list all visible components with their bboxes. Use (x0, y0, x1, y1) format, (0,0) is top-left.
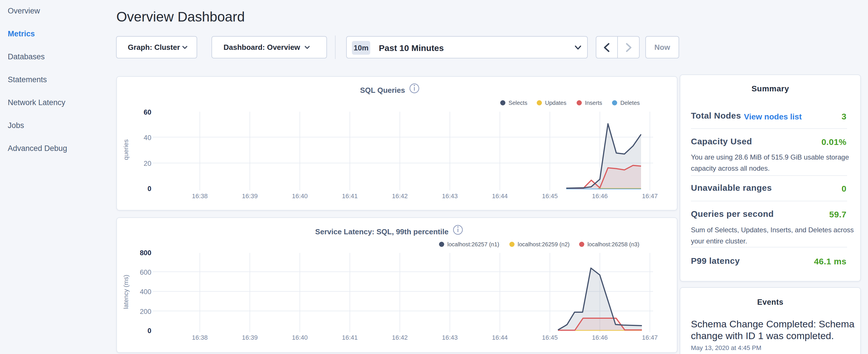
svg-text:200: 200 (140, 308, 151, 315)
svg-text:16:44: 16:44 (492, 334, 508, 341)
svg-text:16:47: 16:47 (642, 334, 658, 341)
svg-text:20: 20 (144, 160, 151, 167)
svg-text:latency (ms): latency (ms) (122, 275, 129, 309)
svg-text:40: 40 (144, 134, 151, 141)
svg-text:16:47: 16:47 (642, 192, 658, 200)
svg-text:Inserts: Inserts (585, 100, 602, 106)
svg-text:600: 600 (140, 268, 151, 276)
svg-text:queries: queries (122, 139, 129, 160)
svg-text:16:42: 16:42 (392, 192, 408, 200)
svg-text:localhost:26259 (n2): localhost:26259 (n2) (518, 241, 570, 248)
svg-text:16:42: 16:42 (392, 334, 408, 341)
svg-text:16:45: 16:45 (542, 334, 558, 341)
svg-text:16:46: 16:46 (592, 334, 608, 341)
svg-text:Selects: Selects (509, 100, 528, 106)
svg-text:16:38: 16:38 (192, 334, 208, 341)
svg-text:16:41: 16:41 (342, 334, 358, 341)
svg-text:16:46: 16:46 (592, 192, 608, 200)
svg-text:Updates: Updates (545, 100, 566, 106)
svg-text:16:39: 16:39 (242, 334, 258, 341)
svg-text:0: 0 (148, 327, 151, 334)
svg-text:16:43: 16:43 (442, 192, 458, 200)
svg-text:800: 800 (140, 249, 151, 257)
svg-text:SQL Queries: SQL Queries (360, 86, 405, 95)
svg-text:0: 0 (148, 185, 151, 192)
svg-text:60: 60 (144, 108, 151, 116)
svg-text:16:40: 16:40 (292, 334, 308, 341)
svg-text:16:44: 16:44 (492, 192, 508, 200)
svg-text:Service Latency: SQL, 99th per: Service Latency: SQL, 99th percentile (315, 227, 448, 236)
svg-text:16:40: 16:40 (292, 192, 308, 200)
svg-text:400: 400 (140, 288, 151, 296)
svg-text:16:43: 16:43 (442, 334, 458, 341)
svg-text:16:39: 16:39 (242, 192, 258, 200)
svg-text:localhost:26257 (n1): localhost:26257 (n1) (447, 241, 499, 248)
svg-text:16:41: 16:41 (342, 192, 358, 200)
svg-text:Deletes: Deletes (620, 100, 640, 106)
svg-text:16:45: 16:45 (542, 192, 558, 200)
svg-text:localhost:26258 (n3): localhost:26258 (n3) (587, 241, 639, 248)
svg-text:16:38: 16:38 (192, 192, 208, 200)
